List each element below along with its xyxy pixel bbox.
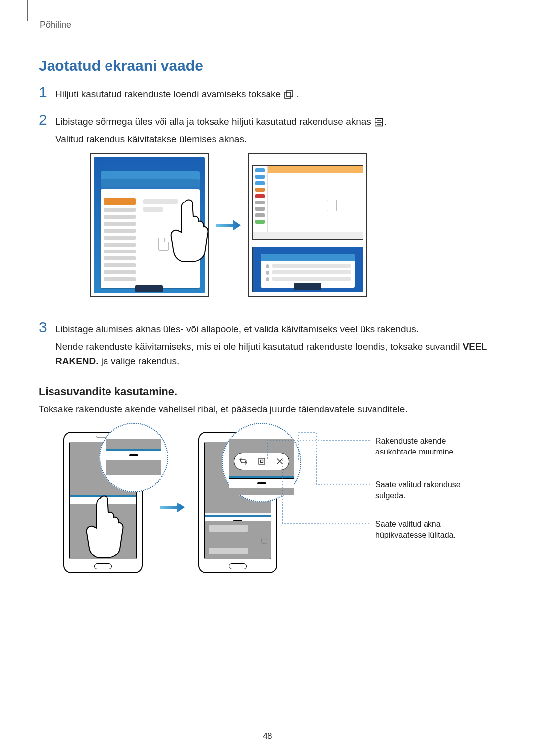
hand-gesture-icon <box>85 494 125 560</box>
svg-rect-1 <box>287 91 293 97</box>
figure-recent-apps-to-split <box>90 153 367 297</box>
step-3-line2-pre: Nende rakenduste käivitamiseks, mis ei o… <box>55 341 463 352</box>
page-heading: Jaotatud ekraani vaade <box>39 57 203 74</box>
step-3-text: Libistage alumises aknas üles- või allap… <box>55 322 495 368</box>
step-2-text: Libistage sõrmega üles või alla ja toksa… <box>55 114 495 147</box>
annotation-popup: Saate valitud akna hüpikvaatesse lülitad… <box>375 519 480 540</box>
header-rule <box>27 0 28 21</box>
step-3-line1: Libistage alumises aknas üles- või allap… <box>55 322 495 336</box>
step-3: 3 Libistage alumises aknas üles- või all… <box>39 322 495 368</box>
step-3-number: 3 <box>39 319 47 336</box>
step-1: 1 Hiljuti kasutatud rakenduste loendi av… <box>39 87 495 101</box>
swap-windows-icon <box>238 456 248 466</box>
svg-rect-7 <box>260 460 263 463</box>
close-window-icon <box>275 456 285 466</box>
hand-gesture-icon <box>170 198 209 262</box>
step-1-text: Hiljuti kasutatud rakenduste loendi avam… <box>55 87 495 101</box>
step-2-line1-post: . <box>384 116 387 127</box>
step-1-text-pre: Hiljuti kasutatud rakenduste loendi avam… <box>55 89 283 99</box>
svg-rect-6 <box>259 458 265 464</box>
subheading-extra-options: Lisasuvandite kasutamine. <box>39 385 177 398</box>
file-icon <box>158 238 169 251</box>
arrow-right-icon <box>216 218 241 233</box>
svg-rect-0 <box>285 92 291 98</box>
tablet-before <box>90 153 209 297</box>
zoom-split-divider <box>99 423 168 492</box>
page-number: 48 <box>0 731 535 741</box>
annotation-swap: Rakenduste akende asukohtade muutmine. <box>375 436 475 457</box>
arrow-right-icon <box>160 500 185 515</box>
recent-apps-icon <box>284 90 295 99</box>
header-section-label: Põhiline <box>40 20 71 30</box>
step-1-number: 1 <box>39 84 47 101</box>
zoom-options-pill <box>222 423 301 502</box>
close-all-button <box>294 283 321 290</box>
step-2-number: 2 <box>39 111 47 128</box>
file-icon <box>327 200 337 211</box>
home-button-icon <box>229 563 247 569</box>
step-1-text-post: . <box>296 89 299 99</box>
popup-view-icon <box>257 456 267 466</box>
more-apps-label <box>331 233 361 239</box>
subheading-body: Toksake rakenduste akende vahelisel riba… <box>39 404 495 415</box>
home-button-icon <box>94 563 112 569</box>
figure-split-bar-options: Rakenduste akende asukohtade muutmine. S… <box>63 427 430 590</box>
tablet-after <box>248 153 367 297</box>
step-2: 2 Libistage sõrmega üles või alla ja tok… <box>39 114 495 147</box>
close-all-button <box>135 285 163 292</box>
annotation-close: Saate valitud rakenduse sulgeda. <box>375 479 489 501</box>
step-2-line1-pre: Libistage sõrmega üles või alla ja toksa… <box>55 116 374 127</box>
step-3-line2: Nende rakenduste käivitamiseks, mis ei o… <box>55 339 495 368</box>
step-2-line2: Valitud rakendus käivitatakse ülemises a… <box>55 132 495 146</box>
step-3-line2-post: ja valige rakendus. <box>99 356 180 366</box>
split-screen-icon <box>374 118 383 127</box>
